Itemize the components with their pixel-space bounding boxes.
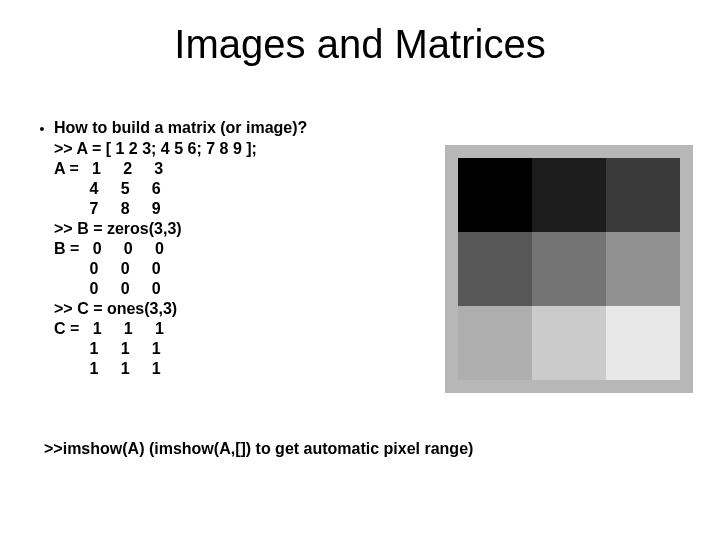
code-listing: >> A = [ 1 2 3; 4 5 6; 7 8 9 ]; A = 1 2 … [54,139,430,379]
heatmap-cell [532,306,606,380]
slide-title: Images and Matrices [0,22,720,67]
bullet-item: • How to build a matrix (or image)? [30,118,430,139]
slide: Images and Matrices • How to build a mat… [0,0,720,540]
heatmap-cell [532,232,606,306]
bullet-dot-icon: • [30,118,54,139]
heatmap-cell [606,232,680,306]
heatmap-cell [532,158,606,232]
imshow-figure [445,145,693,393]
heatmap-cell [458,232,532,306]
content-block: • How to build a matrix (or image)? >> A… [30,118,430,379]
bullet-text: How to build a matrix (or image)? [54,118,307,138]
heatmap-cell [458,158,532,232]
footer-code-line: >>imshow(A) (imshow(A,[]) to get automat… [44,440,473,458]
heatmap-cell [606,158,680,232]
heatmap-cell [606,306,680,380]
heatmap-cell [458,306,532,380]
heatmap-grid [458,158,680,380]
